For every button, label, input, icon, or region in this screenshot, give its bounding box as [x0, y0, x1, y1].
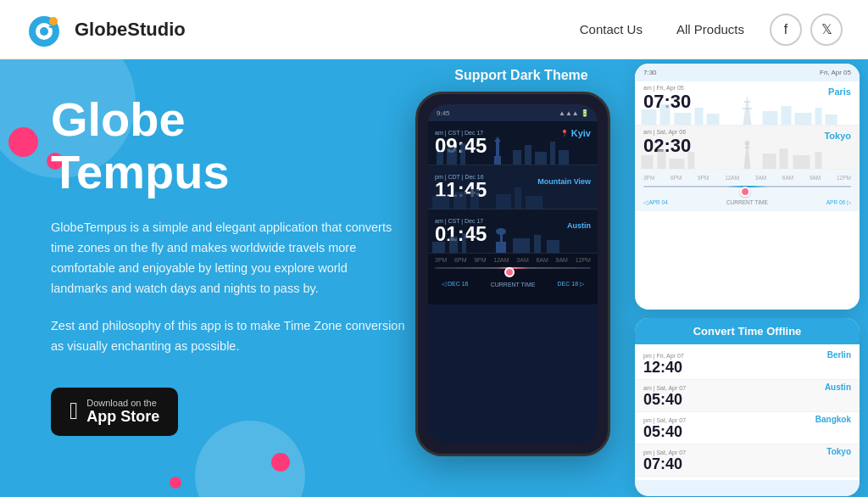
card-top: 7:30 Fri, Apr 05 am | Fri, Apr 05 07:30 …	[635, 64, 860, 310]
svg-rect-53	[815, 152, 822, 169]
svg-rect-42	[826, 114, 837, 125]
download-label-top: Download on the	[86, 398, 159, 408]
svg-rect-39	[782, 106, 792, 125]
time-entry-austin: am | CST | Dec 17 01:45 Austin	[428, 209, 598, 254]
deco-circle-pink-big	[8, 127, 38, 157]
svg-rect-52	[793, 155, 810, 169]
svg-rect-41	[815, 108, 822, 125]
app-tagline: Zest and philosophy of this app is to ma…	[51, 316, 407, 357]
svg-rect-23	[462, 233, 466, 253]
logo-text: GlobeStudio	[75, 19, 186, 41]
offline-row-austin: am | Sat, Apr 07 05:40 Austin	[635, 380, 860, 412]
svg-rect-20	[526, 196, 542, 209]
nav: Contact Us All Products	[580, 22, 744, 36]
time-entry-kyiv: am | CST | Dec 17 09:45 📍 Kyiv	[428, 121, 598, 165]
twitter-button[interactable]: 𝕏	[810, 14, 843, 46]
svg-rect-11	[525, 145, 531, 165]
svg-rect-38	[763, 111, 778, 125]
svg-rect-22	[449, 237, 458, 253]
offline-card-title: Convert Time Offline	[635, 318, 860, 344]
svg-rect-18	[496, 194, 511, 209]
nav-products[interactable]: All Products	[676, 22, 744, 36]
left-content: Globe Tempus GlobeTempus is a simple and…	[51, 93, 407, 436]
svg-rect-50	[763, 154, 776, 169]
svg-point-45	[745, 141, 750, 146]
logo-icon	[25, 9, 66, 50]
social-icons: f 𝕏	[770, 14, 843, 46]
svg-rect-32	[743, 108, 753, 109]
svg-rect-29	[547, 240, 559, 253]
svg-rect-31	[744, 101, 751, 103]
card-offline: Convert Time Offline pm | Fri, Apr 07 12…	[635, 318, 860, 496]
app-description: GlobeTempus is a simple and elegant appl…	[51, 218, 407, 299]
card-timeline-area: 3PM6PM9PM12AM3AM6AM9AM12PM ◁ APR 04 CURR…	[635, 170, 860, 211]
kyiv-landmark-svg	[428, 135, 598, 165]
phone-frame: 9:45 ▲▲▲ 🔋 am | CST | Dec 17 09:45 📍 Kyi…	[415, 92, 610, 456]
offline-card-body: pm | Fri, Apr 07 12:40 Berlin am | Sat, …	[635, 344, 860, 480]
card-row-tokyo: am | Sat, Apr 06 02:30 Tokyo	[635, 126, 860, 170]
svg-rect-27	[513, 238, 530, 253]
svg-rect-33	[642, 109, 657, 125]
svg-rect-37	[707, 114, 720, 125]
nav-contact[interactable]: Contact Us	[580, 22, 643, 36]
offline-row-tokyo: pm | Sat, Apr 07 07:40 Tokyo	[635, 444, 860, 477]
svg-rect-47	[658, 150, 666, 169]
twitter-icon: 𝕏	[821, 21, 832, 37]
deco-circle-bottom-pink	[271, 453, 290, 472]
offline-row-berlin: pm | Fri, Apr 07 12:40 Berlin	[635, 348, 860, 380]
svg-rect-28	[534, 235, 541, 253]
offline-row-bangkok: pm | Sat, Apr 07 05:40 Bangkok	[635, 412, 860, 444]
paris-landmark-svg	[635, 92, 860, 125]
download-label-bottom: App Store	[86, 408, 159, 426]
phone-screen: 9:45 ▲▲▲ 🔋 am | CST | Dec 17 09:45 📍 Kyi…	[428, 104, 598, 444]
header: GlobeStudio Contact Us All Products f 𝕏	[0, 0, 868, 59]
svg-rect-51	[780, 148, 788, 169]
deco-circle-bottom-pink2	[170, 477, 181, 489]
logo-area: GlobeStudio	[25, 9, 580, 50]
time-entry-mountainview: pm | CDT | Dec 16 11:45 Mountain View	[428, 165, 598, 209]
phone-timeline: 3PM6PM9PM 12AM3AM6AM 9AM12PM ◁ DEC 16 CU…	[428, 254, 598, 304]
svg-rect-21	[432, 242, 445, 253]
svg-rect-12	[535, 152, 547, 165]
appstore-button[interactable]:  Download on the App Store	[51, 388, 178, 436]
austin-landmark-svg	[428, 223, 598, 253]
svg-rect-36	[695, 108, 704, 125]
tokyo-landmark-svg	[635, 137, 860, 169]
date-nav: ◁ DEC 16 CURRENT TIME DEC 18 ▷	[435, 277, 591, 291]
svg-rect-19	[515, 187, 521, 209]
svg-rect-6	[460, 143, 465, 165]
svg-marker-8	[494, 137, 501, 142]
svg-rect-44	[745, 147, 750, 148]
svg-point-25	[496, 228, 506, 235]
svg-rect-35	[675, 113, 692, 125]
svg-rect-49	[688, 152, 695, 169]
svg-rect-46	[642, 155, 654, 169]
svg-rect-13	[550, 142, 555, 165]
card-row-paris: am | Fri, Apr 05 07:30 Paris	[635, 81, 860, 126]
svg-rect-16	[453, 192, 466, 209]
svg-rect-34	[660, 104, 670, 125]
facebook-icon: f	[784, 22, 787, 37]
svg-rect-15	[432, 196, 449, 209]
svg-rect-4	[437, 152, 443, 165]
phone-status-bar: 9:45 ▲▲▲ 🔋	[428, 104, 598, 121]
svg-rect-26	[496, 242, 506, 253]
svg-point-3	[49, 17, 58, 25]
hero-section: Globe Tempus GlobeTempus is a simple and…	[0, 59, 868, 497]
svg-rect-40	[795, 113, 812, 125]
svg-rect-14	[559, 150, 569, 165]
apple-icon: 	[70, 399, 78, 423]
center-phone-mockup: Support Dark Theme 9:45 ▲▲▲ 🔋 am | CST |…	[415, 68, 627, 456]
app-title: Globe Tempus	[51, 93, 407, 198]
mv-landmark-svg	[428, 179, 598, 209]
svg-rect-5	[447, 148, 457, 165]
svg-rect-9	[494, 156, 501, 165]
phone-dark-theme-label: Support Dark Theme	[415, 68, 627, 83]
svg-rect-48	[670, 159, 685, 169]
svg-point-2	[40, 27, 48, 36]
facebook-button[interactable]: f	[770, 14, 802, 46]
svg-rect-10	[513, 150, 521, 165]
svg-rect-17	[470, 189, 479, 209]
